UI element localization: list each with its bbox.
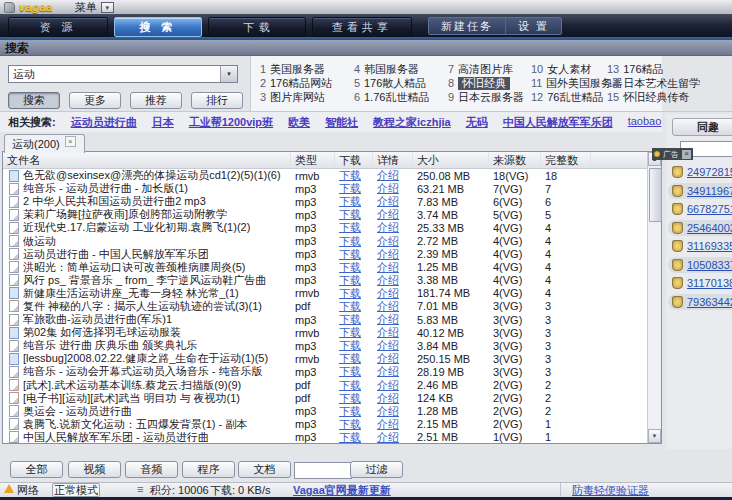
hot-link-label[interactable]: 176精品网站: [270, 77, 332, 90]
hot-link-label[interactable]: 怀旧经典: [458, 77, 510, 90]
result-tab[interactable]: 运动(200) ×: [4, 134, 85, 153]
hot-link-label[interactable]: 图片库网站: [270, 91, 325, 104]
download-link[interactable]: 下载: [339, 313, 361, 325]
user-list-item[interactable]: 31169335: [668, 238, 732, 254]
user-id-link[interactable]: 25464003: [687, 222, 732, 234]
hot-link[interactable]: 12 76乱世精品: [531, 90, 607, 104]
table-row[interactable]: 中国人民解放军军乐团 - 运动员进行曲 mp3 下载 介绍 2.51 MB 1(…: [3, 431, 647, 443]
search-query[interactable]: 运动: [9, 66, 220, 82]
filter-apply-button[interactable]: 过滤: [350, 461, 403, 478]
search-combobox[interactable]: 运动 ▾: [8, 65, 238, 83]
download-link[interactable]: 下载: [339, 182, 361, 194]
detail-link[interactable]: 介绍: [377, 221, 399, 233]
table-row[interactable]: 洪昭光：简单运动口诀可改善颈椎病腰周炎(5) mp3 下载 介绍 1.25 MB…: [3, 261, 647, 274]
column-header-size[interactable]: 大小: [413, 152, 489, 168]
detail-link[interactable]: 介绍: [377, 379, 399, 391]
user-list-item[interactable]: 24972815: [668, 164, 732, 180]
detail-link[interactable]: 介绍: [377, 169, 399, 181]
detail-link[interactable]: 介绍: [377, 418, 399, 430]
user-id-link[interactable]: 31169335: [687, 240, 732, 252]
hot-link[interactable]: 6 1.76乱世精品: [349, 90, 443, 104]
detail-link[interactable]: 介绍: [377, 405, 399, 417]
related-link[interactable]: 无码: [466, 115, 488, 130]
download-link[interactable]: 下载: [339, 392, 361, 404]
detail-link[interactable]: 介绍: [377, 326, 399, 338]
hot-link-label[interactable]: 176散人精品: [364, 77, 426, 90]
download-link[interactable]: 下载: [339, 352, 361, 364]
user-id-link[interactable]: 31170138: [687, 277, 732, 289]
hot-link-label[interactable]: 美国服务器: [270, 63, 325, 76]
download-link[interactable]: 下载: [339, 418, 361, 430]
table-row[interactable]: [武术].武术运动基本训练.蔡龙云.扫描版(9)(9) pdf 下载 介绍 2.…: [3, 379, 647, 392]
filter-video-button[interactable]: 视频: [68, 461, 121, 478]
user-list-item[interactable]: 79363442: [668, 294, 732, 310]
download-link[interactable]: 下载: [339, 208, 361, 220]
related-link[interactable]: 智能社: [325, 115, 358, 130]
hot-link[interactable]: 15 怀旧经典传奇: [607, 90, 700, 104]
download-link[interactable]: 下载: [339, 274, 361, 286]
detail-link[interactable]: 介绍: [377, 261, 399, 273]
hot-link-label[interactable]: 女人素材: [547, 63, 591, 76]
table-row[interactable]: [电子书][运动][武术]武当 明目功 与 夜视功(1) pdf 下载 介绍 1…: [3, 392, 647, 405]
detail-link[interactable]: 介绍: [377, 365, 399, 377]
main-tab[interactable]: 下 载: [208, 17, 306, 37]
hot-link-label[interactable]: 76乱世精品: [547, 91, 603, 104]
hot-link-label[interactable]: 怀旧经典传奇: [623, 91, 689, 104]
user-id-link[interactable]: 24972815: [687, 166, 732, 178]
hot-link[interactable]: 1 美国服务器: [255, 62, 349, 76]
antivirus-link[interactable]: 防毒轻便验证器: [572, 484, 649, 496]
user-list-item[interactable]: 34911967: [668, 183, 732, 199]
column-header-complete[interactable]: 完整数: [541, 152, 591, 168]
user-id-link[interactable]: 34911967: [687, 185, 732, 197]
scroll-down-icon[interactable]: ▼: [648, 429, 661, 443]
scrollbar-thumb[interactable]: [649, 168, 662, 222]
download-link[interactable]: 下载: [339, 248, 361, 260]
column-header-sources[interactable]: 来源数: [489, 152, 541, 168]
hot-link[interactable]: 14 日本艺术生留学: [607, 76, 700, 90]
download-link[interactable]: 下载: [339, 235, 361, 247]
hot-link[interactable]: 7 高清图片库: [443, 62, 531, 76]
official-site-link[interactable]: Vagaa官网最新更新: [293, 484, 391, 496]
user-id-link[interactable]: 79363442: [687, 296, 732, 308]
related-link[interactable]: taobao: [628, 115, 662, 130]
hot-link[interactable]: 13 176精品: [607, 62, 700, 76]
column-header-type[interactable]: 类型: [291, 152, 335, 168]
hot-link-label[interactable]: 韩国服务器: [364, 63, 419, 76]
detail-link[interactable]: 介绍: [377, 300, 399, 312]
table-row[interactable]: 奥运会 - 运动员进行曲 mp3 下载 介绍 1.28 MB 2(VG) 2: [3, 405, 647, 418]
download-link[interactable]: 下载: [339, 405, 361, 417]
download-link[interactable]: 下载: [339, 300, 361, 312]
user-list-item[interactable]: 31170138: [668, 275, 732, 291]
hot-link[interactable]: 4 韩国服务器: [349, 62, 443, 76]
hot-link[interactable]: 10 女人素材: [531, 62, 607, 76]
filter-document-button[interactable]: 文档: [238, 461, 291, 478]
detail-link[interactable]: 介绍: [377, 182, 399, 194]
detail-link[interactable]: 介绍: [377, 248, 399, 260]
table-row[interactable]: 2 中华人民共和国运动员进行曲2 mp3 mp3 下载 介绍 7.83 MB 6…: [3, 195, 647, 208]
search-action-button[interactable]: 更多: [69, 92, 121, 109]
hot-link[interactable]: 8 怀旧经典: [443, 76, 531, 90]
hot-link-label[interactable]: 高清图片库: [458, 63, 513, 76]
filter-input[interactable]: [294, 462, 352, 479]
menu-dropdown-icon[interactable]: ▾: [101, 2, 114, 13]
detail-link[interactable]: 介绍: [377, 287, 399, 299]
download-link[interactable]: 下载: [339, 431, 361, 443]
column-header-detail[interactable]: 详情: [373, 152, 413, 168]
download-link[interactable]: 下载: [339, 287, 361, 299]
column-header-filename[interactable]: 文件名: [3, 152, 291, 168]
table-row[interactable]: 纯音乐 - 运动会开幕式运动员入场音乐 - 纯音乐版 mp3 下载 介绍 28.…: [3, 365, 647, 378]
user-list-item[interactable]: 25464003: [668, 220, 732, 236]
table-row[interactable]: 第02集 如何选择羽毛球运动服装 rmvb 下载 介绍 40.12 MB 3(V…: [3, 326, 647, 339]
main-tab[interactable]: 资 源: [8, 17, 108, 37]
table-row[interactable]: 近现代史.17.启蒙运动 工业化初期.袁腾飞(1)(2) mp3 下载 介绍 2…: [3, 221, 647, 234]
download-link[interactable]: 下载: [339, 339, 361, 351]
table-row[interactable]: 做运动 mp3 下载 介绍 2.72 MB 4(VG) 4: [3, 234, 647, 247]
table-row[interactable]: 军旅歌曲-运动员进行曲(军乐)1 mp3 下载 介绍 5.83 MB 3(VG)…: [3, 313, 647, 326]
detail-link[interactable]: 介绍: [377, 235, 399, 247]
table-row[interactable]: 风行 ps_ 背景音乐 _ from_ 李宁逆风运动鞋广告曲 mp3 下载 介绍…: [3, 274, 647, 287]
detail-link[interactable]: 介绍: [377, 195, 399, 207]
detail-link[interactable]: 介绍: [377, 339, 399, 351]
main-tab[interactable]: 搜 索: [114, 17, 202, 37]
download-link[interactable]: 下载: [339, 221, 361, 233]
ad-close-icon[interactable]: ×: [682, 150, 691, 159]
